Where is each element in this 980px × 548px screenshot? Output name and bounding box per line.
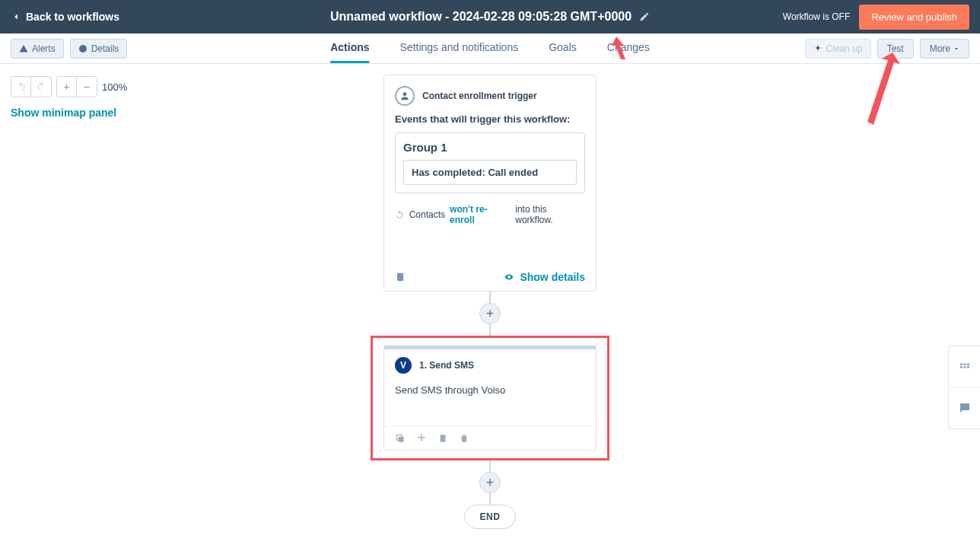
right-dock: [948, 346, 980, 429]
move-icon[interactable]: [416, 433, 427, 444]
svg-rect-5: [441, 435, 446, 441]
cleanup-label: Clean up: [826, 43, 863, 54]
dock-history-button[interactable]: [949, 346, 980, 387]
trigger-footer: Show details: [395, 271, 585, 283]
svg-rect-10: [963, 366, 966, 368]
zoom-controls: + − 100%: [11, 76, 127, 97]
alert-icon: [19, 44, 28, 53]
details-label: Details: [91, 43, 119, 54]
zoom-level: 100%: [102, 81, 127, 93]
zoom-in-button[interactable]: +: [57, 77, 77, 97]
workflow-status: Workflow is OFF: [783, 11, 850, 22]
canvas-controls: + − 100% Show minimap panel: [11, 76, 127, 119]
tab-settings[interactable]: Settings and notifications: [400, 33, 519, 63]
alerts-button[interactable]: Alerts: [11, 39, 64, 59]
action-title: 1. Send SMS: [419, 360, 474, 371]
trash-icon[interactable]: [459, 433, 469, 444]
annotation-arrow-publish: [858, 49, 904, 135]
reenroll-link[interactable]: won't re-enroll: [450, 204, 511, 225]
comment-icon: [958, 401, 972, 415]
svg-rect-9: [960, 366, 963, 368]
secondary-left: Alerts Details: [11, 39, 127, 59]
annotation-arrow-title: [609, 33, 632, 64]
alerts-label: Alerts: [32, 43, 56, 54]
copy-icon[interactable]: [395, 433, 406, 444]
tab-goals[interactable]: Goals: [549, 33, 577, 63]
contact-icon: [395, 86, 415, 106]
show-details-link[interactable]: Show details: [503, 271, 585, 283]
svg-rect-2: [397, 273, 403, 282]
caret-down-icon: [953, 46, 959, 52]
svg-rect-3: [399, 437, 404, 442]
trigger-group-title: Group 1: [403, 141, 577, 154]
send-sms-card[interactable]: V 1. Send SMS Send SMS through Voiso: [383, 346, 597, 451]
connector: [489, 292, 491, 303]
action-header: V 1. Send SMS: [395, 357, 585, 374]
sparkle-icon: [813, 44, 822, 53]
show-minimap-link[interactable]: Show minimap panel: [11, 107, 116, 119]
svg-rect-6: [960, 363, 963, 365]
list-icon: [958, 360, 972, 374]
undo-redo-group: [11, 76, 52, 97]
header-right: Workflow is OFF Review and publish: [783, 5, 969, 30]
app-header: Back to workflows Unnamed workflow - 202…: [0, 0, 980, 33]
tabs: Actions Settings and notifications Goals…: [330, 33, 650, 63]
action-body: V 1. Send SMS Send SMS through Voiso: [384, 349, 596, 426]
notes-icon[interactable]: [395, 272, 406, 282]
more-button[interactable]: More: [920, 39, 969, 59]
add-action-button-1[interactable]: +: [479, 303, 501, 324]
secondary-bar: Alerts Details Actions Settings and noti…: [0, 33, 980, 64]
add-action-button-2[interactable]: +: [479, 472, 501, 493]
end-node: END: [464, 505, 517, 529]
back-to-workflows-link[interactable]: Back to workflows: [11, 11, 119, 23]
trigger-card-header: Contact enrollment trigger: [395, 86, 585, 106]
zoom-group: + −: [56, 76, 97, 97]
clipboard-icon[interactable]: [438, 433, 448, 444]
info-icon: [78, 44, 88, 53]
reenroll-pre: Contacts: [409, 209, 445, 220]
trigger-title: Contact enrollment trigger: [422, 91, 537, 101]
back-label: Back to workflows: [26, 11, 119, 23]
connector: [489, 324, 491, 336]
trigger-events-label: Events that will trigger this workflow:: [395, 113, 585, 125]
redo-button[interactable]: [31, 77, 51, 97]
edit-title-icon[interactable]: [639, 11, 650, 22]
voiso-icon: V: [395, 357, 412, 374]
connector: [489, 460, 491, 472]
dock-comments-button[interactable]: [949, 387, 980, 429]
action-description: Send SMS through Voiso: [395, 384, 585, 396]
reenroll-row[interactable]: Contacts won't re-enroll into this workf…: [395, 204, 585, 225]
review-publish-button[interactable]: Review and publish: [859, 5, 969, 30]
reenroll-post: into this workflow.: [515, 204, 585, 225]
action-footer: [384, 426, 596, 450]
workflow-canvas[interactable]: + − 100% Show minimap panel Contact enro…: [0, 64, 980, 548]
more-label: More: [930, 43, 950, 54]
undo-button[interactable]: [11, 77, 31, 97]
workflow-flow: Contact enrollment trigger Events that w…: [371, 75, 609, 529]
action-highlight: V 1. Send SMS Send SMS through Voiso: [371, 336, 609, 460]
svg-point-0: [79, 45, 87, 53]
trigger-group-box: Group 1 Has completed: Call ended: [395, 132, 585, 193]
title-area: Unnamed workflow - 2024-02-28 09:05:28 G…: [330, 10, 650, 24]
connector: [489, 493, 491, 505]
show-details-label: Show details: [520, 271, 585, 283]
svg-point-1: [403, 92, 407, 96]
enrollment-trigger-card[interactable]: Contact enrollment trigger Events that w…: [383, 75, 597, 292]
zoom-out-button[interactable]: −: [77, 77, 97, 97]
svg-rect-11: [967, 366, 969, 368]
chevron-left-icon: [11, 11, 21, 22]
refresh-icon: [395, 210, 405, 220]
eye-icon: [503, 272, 515, 282]
details-button[interactable]: Details: [70, 39, 128, 59]
svg-rect-8: [967, 363, 969, 365]
tab-actions[interactable]: Actions: [330, 33, 369, 63]
trigger-rule[interactable]: Has completed: Call ended: [403, 160, 577, 185]
svg-rect-7: [963, 363, 966, 365]
workflow-title: Unnamed workflow - 2024-02-28 09:05:28 G…: [330, 10, 632, 24]
